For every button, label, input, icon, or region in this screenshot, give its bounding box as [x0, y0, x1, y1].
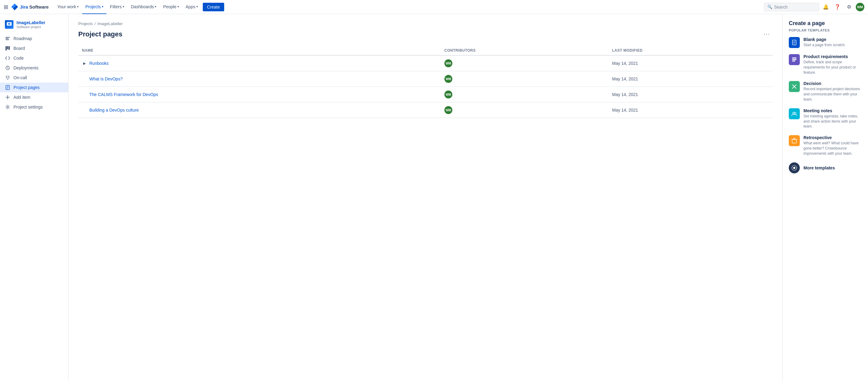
- page-link[interactable]: Building a DevOps culture: [89, 108, 139, 113]
- sidebar-item-project-settings[interactable]: Project settings: [0, 102, 68, 112]
- name-cell: The CALMS Framework for DevOps: [78, 87, 441, 102]
- contributor-avatar: WM: [444, 75, 452, 83]
- right-panel-title: Create a page: [789, 20, 862, 27]
- template-decision[interactable]: Decision Record important project decisi…: [789, 81, 862, 102]
- table-body: ▶ Runbooks WM May 14, 2021 What is DevOp…: [78, 55, 773, 118]
- main-content: Projects / ImageLabeller Project pages ·…: [68, 14, 782, 381]
- col-name: Name: [78, 46, 441, 55]
- create-button[interactable]: Create: [203, 3, 224, 11]
- template-info: Blank page Start a page from scratch.: [803, 37, 846, 48]
- sidebar-item-board[interactable]: Board: [0, 43, 68, 53]
- contributors-cell: WM: [441, 55, 608, 71]
- template-desc: Set meeting agendas, take notes, and sha…: [803, 114, 862, 129]
- top-navigation: ⊞ Jira Software Your work ▾ Projects ▾ F…: [0, 0, 868, 14]
- project-details: ImageLabeller Software project: [17, 20, 45, 29]
- svg-point-14: [793, 112, 794, 114]
- svg-point-1: [8, 23, 10, 25]
- code-icon: [5, 56, 10, 61]
- contributors-cell: WM: [441, 87, 608, 102]
- project-type: Software project: [17, 25, 45, 29]
- blank-page-icon: [789, 37, 800, 48]
- board-icon: [5, 46, 10, 51]
- svg-rect-12: [792, 59, 797, 60]
- more-templates-item[interactable]: More templates: [789, 162, 862, 173]
- more-options-button[interactable]: ···: [761, 30, 773, 38]
- page-link[interactable]: The CALMS Framework for DevOps: [89, 92, 158, 97]
- search-box[interactable]: 🔍 Search: [764, 3, 819, 11]
- col-contributors: Contributors: [441, 46, 608, 55]
- sidebar-item-roadmap[interactable]: Roadmap: [0, 34, 68, 43]
- oncall-icon: [5, 75, 10, 80]
- app-layout: ImageLabeller Software project Roadmap B…: [0, 14, 868, 381]
- template-desc: What went well? What could have gone bet…: [803, 141, 862, 156]
- template-desc: Start a page from scratch.: [803, 42, 846, 48]
- contributors-cell: WM: [441, 102, 608, 118]
- svg-rect-2: [5, 37, 10, 38]
- expand-button[interactable]: ▶: [82, 61, 87, 66]
- page-link[interactable]: Runbooks: [89, 61, 108, 66]
- nav-projects[interactable]: Projects ▾: [82, 0, 106, 14]
- sidebar-item-oncall[interactable]: On-call: [0, 73, 68, 83]
- pages-table: Name Contributors Last modified ▶ Runboo…: [78, 46, 773, 118]
- template-product-requirements[interactable]: Product requirements Define, track and s…: [789, 54, 862, 75]
- contributor-avatar: WM: [444, 91, 452, 98]
- svg-rect-6: [7, 46, 8, 49]
- name-cell: ▶ Runbooks: [78, 55, 441, 71]
- sidebar-item-label: Add item: [13, 95, 30, 100]
- nav-people[interactable]: People ▾: [160, 0, 182, 14]
- user-avatar[interactable]: WM: [856, 3, 864, 11]
- nav-apps[interactable]: Apps ▾: [183, 0, 201, 14]
- svg-rect-4: [5, 39, 9, 40]
- sidebar-item-code[interactable]: Code: [0, 53, 68, 63]
- sidebar-item-label: Roadmap: [13, 36, 32, 41]
- template-name: Decision: [803, 81, 862, 86]
- svg-rect-7: [8, 46, 10, 50]
- notifications-button[interactable]: 🔔: [821, 2, 831, 12]
- more-templates-icon: [789, 162, 800, 173]
- roadmap-icon: [5, 36, 10, 41]
- help-button[interactable]: ❓: [833, 2, 842, 12]
- sidebar-item-deployments[interactable]: Deployments: [0, 63, 68, 73]
- nav-dashboards[interactable]: Dashboards ▾: [128, 0, 160, 14]
- svg-rect-5: [5, 46, 7, 51]
- grid-icon[interactable]: ⊞: [4, 4, 8, 10]
- svg-rect-13: [792, 61, 795, 61]
- svg-point-16: [794, 167, 796, 169]
- svg-point-15: [794, 112, 796, 114]
- last-modified-cell: May 14, 2021: [608, 55, 773, 71]
- chevron-down-icon: ▾: [123, 5, 124, 8]
- svg-rect-11: [792, 58, 797, 58]
- page-header: Project pages ···: [78, 30, 773, 38]
- svg-rect-3: [5, 38, 8, 39]
- name-cell: What is DevOps?: [78, 71, 441, 87]
- template-name: Retrospective: [803, 135, 862, 140]
- template-blank-page[interactable]: Blank page Start a page from scratch.: [789, 37, 862, 48]
- sidebar-item-project-pages[interactable]: Project pages: [0, 83, 68, 92]
- template-retrospective[interactable]: Retrospective What went well? What could…: [789, 135, 862, 156]
- sidebar-project-info: ImageLabeller Software project: [0, 18, 68, 34]
- page-link[interactable]: What is DevOps?: [89, 76, 123, 81]
- nav-filters[interactable]: Filters ▾: [107, 0, 127, 14]
- template-info: Decision Record important project decisi…: [803, 81, 862, 102]
- sidebar-item-label: Deployments: [13, 65, 38, 70]
- nav-your-work[interactable]: Your work ▾: [54, 0, 82, 14]
- template-info: Product requirements Define, track and s…: [803, 54, 862, 75]
- search-icon: 🔍: [767, 5, 772, 9]
- settings-button[interactable]: ⚙: [844, 2, 854, 12]
- chevron-down-icon: ▾: [77, 5, 79, 8]
- breadcrumb-current: ImageLabeller: [98, 22, 123, 26]
- template-meeting-notes[interactable]: Meeting notes Set meeting agendas, take …: [789, 108, 862, 129]
- product-requirements-icon: [789, 54, 800, 65]
- col-last-modified: Last modified: [608, 46, 773, 55]
- contributor-avatar: WM: [444, 106, 452, 114]
- contributors-cell: WM: [441, 71, 608, 87]
- app-logo[interactable]: Jira Software: [11, 4, 49, 10]
- breadcrumb: Projects / ImageLabeller: [78, 22, 773, 26]
- template-name: Blank page: [803, 37, 846, 42]
- page-title: Project pages: [78, 30, 122, 38]
- breadcrumb-projects[interactable]: Projects: [78, 22, 93, 26]
- add-icon: [5, 95, 10, 100]
- last-modified-cell: May 14, 2021: [608, 71, 773, 87]
- sidebar-item-add-item[interactable]: Add item: [0, 92, 68, 102]
- sidebar-item-label: Board: [13, 46, 25, 51]
